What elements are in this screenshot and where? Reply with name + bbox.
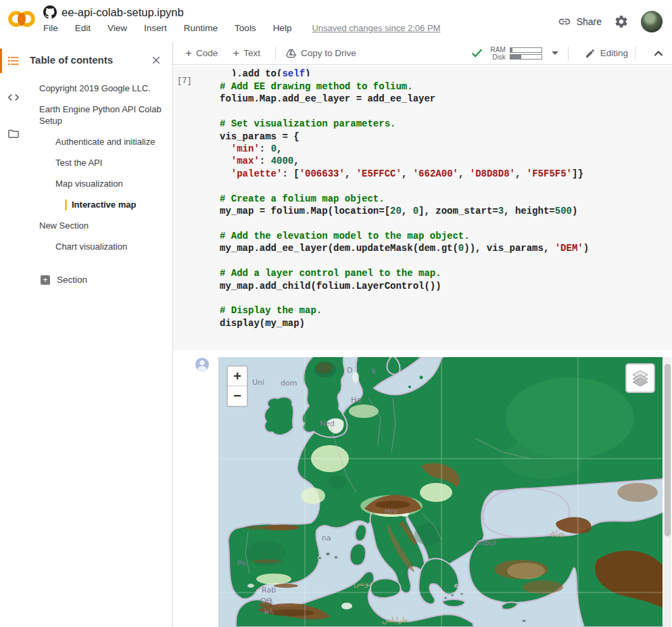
map-place-label: Po — [237, 559, 246, 567]
toc-item-label: New Section — [39, 220, 89, 231]
code-line — [220, 292, 672, 304]
ram-bar-fill — [510, 48, 513, 52]
code-line: # Display the map. — [220, 304, 672, 317]
map-place-label: dom — [281, 379, 297, 388]
add-section-button[interactable]: + Section — [41, 275, 172, 285]
notebook-toolbar: + Code + Text Copy to Drive — [173, 42, 672, 65]
plus-icon: + — [185, 47, 192, 59]
toc-item[interactable]: Earth Engine Python API Colab Setup — [27, 99, 172, 131]
collapse-chevron-icon[interactable] — [652, 47, 665, 60]
resources-caret-icon[interactable] — [552, 51, 558, 55]
share-button[interactable]: Share — [558, 15, 602, 28]
code-line: my_map.add_ee_layer(dem.updateMask(dem.g… — [220, 242, 672, 254]
code-cell[interactable]: [7] ).add_to(self) # Add EE drawing meth… — [173, 66, 672, 350]
code-line — [220, 180, 672, 192]
menu-tools[interactable]: Tools — [235, 23, 256, 33]
map-place-label: Ned — [320, 419, 335, 428]
ram-bar — [510, 47, 542, 53]
map-place-label: OƟ. — [260, 597, 274, 605]
map-place-label: k — [372, 367, 377, 375]
menu-view[interactable]: View — [107, 23, 127, 33]
layer-control-button[interactable] — [625, 363, 655, 393]
code-line: display(my_map) — [220, 317, 672, 329]
add-section-label: Section — [57, 275, 87, 285]
menu-insert[interactable]: Insert — [144, 23, 167, 33]
code-line: my_map = folium.Map(location=[20, 0], zo… — [220, 205, 672, 217]
toc-item[interactable]: Test the API — [27, 152, 172, 173]
code-line — [220, 255, 672, 267]
add-text-label: Text — [243, 48, 260, 58]
menu-help[interactable]: Help — [273, 23, 292, 33]
map-island — [420, 376, 423, 379]
plus-icon: + — [233, 47, 239, 59]
toolbar-divider — [635, 47, 635, 60]
code-line — [220, 106, 672, 118]
toc-item[interactable]: Map visualization — [27, 173, 172, 194]
add-text-button[interactable]: + Text — [233, 47, 260, 59]
copy-to-drive-button[interactable]: Copy to Drive — [285, 48, 356, 59]
zoom-in-button[interactable]: + — [228, 367, 247, 386]
toc-panel: Table of contents Copyright 2019 Google … — [27, 42, 172, 627]
toc-item-label: Copyright 2019 Google LLC. — [39, 83, 151, 94]
code-brackets-icon — [7, 91, 20, 104]
rail-toc-button[interactable] — [0, 51, 27, 70]
toc-item[interactable]: Authenticate and initialize — [27, 131, 172, 152]
toc-item[interactable]: Interactive map — [27, 194, 172, 215]
code-line: 'min': 0, — [220, 143, 672, 155]
toc-item-label: Chart visualization — [55, 241, 127, 252]
map-landmass-ireland — [264, 397, 293, 435]
menu-bar: FileEditViewInsertRuntimeToolsHelpUnsave… — [43, 23, 440, 33]
layers-icon — [631, 370, 649, 386]
notebook-title[interactable]: ee-api-colab-setup.ipynb — [62, 6, 184, 19]
toc-item-label: Authenticate and initialize — [55, 136, 155, 147]
toc-item-label: Earth Engine Python API Colab Setup — [39, 103, 166, 126]
menu-file[interactable]: File — [43, 23, 58, 33]
colab-logo[interactable] — [0, 0, 43, 28]
toc-item[interactable]: Copyright 2019 Google LLC. — [27, 78, 172, 99]
map-place-label: تونس — [354, 579, 371, 588]
zoom-out-button[interactable]: − — [228, 386, 247, 406]
map-place-label: طرابلس — [382, 616, 408, 624]
copy-to-drive-label: Copy to Drive — [301, 48, 356, 58]
editing-mode-button[interactable]: Editing — [585, 48, 628, 59]
map-place-label: anbul — [475, 538, 496, 547]
toolbar-divider — [275, 47, 276, 60]
scrollbar-thumb[interactable] — [665, 364, 671, 536]
toc-list-icon — [7, 54, 20, 68]
unsaved-changes-status[interactable]: Unsaved changes since 2:06 PM — [312, 23, 440, 33]
code-editor[interactable]: ).add_to(self) # Add EE drawing method t… — [173, 66, 672, 329]
toc-list: Copyright 2019 Google LLC.Earth Engine P… — [27, 78, 172, 257]
map-place-label: Rab — [262, 586, 276, 595]
user-avatar[interactable] — [641, 11, 663, 32]
gear-icon[interactable] — [614, 14, 629, 29]
folium-map[interactable]: UnidomDkHaNedHrvnaPoRabOƟ.باطتونسطرابلسa… — [218, 357, 663, 627]
toc-item-label: Test the API — [55, 157, 102, 168]
add-code-label: Code — [196, 48, 218, 58]
rail-files-button[interactable] — [0, 124, 27, 143]
code-line: # Add a layer control panel to the map. — [220, 267, 672, 279]
cell-output: UnidomDkHaNedHrvnaPoRabOƟ.باطتونسطرابلسa… — [173, 357, 672, 627]
code-line: vis_params = { — [220, 131, 672, 143]
notebook-scroll-area[interactable]: [7] ).add_to(self) # Add EE drawing meth… — [173, 65, 672, 627]
toc-item-label: Interactive map — [72, 199, 136, 210]
add-code-button[interactable]: + Code — [185, 47, 218, 59]
code-line: # Create a folium map object. — [220, 193, 672, 205]
share-label: Share — [577, 16, 602, 27]
execution-count: [7] — [177, 76, 192, 86]
map-landmass-crete — [442, 599, 464, 607]
menu-edit[interactable]: Edit — [75, 23, 91, 33]
output-scrollbar[interactable] — [663, 357, 672, 627]
toolbar-divider — [568, 47, 569, 60]
map-place-label: D — [347, 366, 352, 375]
toc-item[interactable]: New Section — [27, 215, 172, 236]
toc-item[interactable]: Chart visualization — [27, 236, 172, 257]
resource-monitor[interactable]: RAM Disk — [490, 46, 542, 61]
rail-code-snippets-button[interactable] — [0, 88, 27, 107]
sidebar: Table of contents Copyright 2019 Google … — [0, 42, 173, 627]
map-place-label: باط — [263, 607, 274, 616]
menu-runtime[interactable]: Runtime — [184, 23, 218, 33]
close-icon[interactable] — [151, 55, 162, 66]
map-place-label: ბათ — [551, 530, 565, 539]
map-canvas: UnidomDkHaNedHrvnaPoRabOƟ.باطتونسطرابلسa… — [218, 357, 663, 627]
code-line: # Set visualization parameters. — [220, 118, 672, 130]
